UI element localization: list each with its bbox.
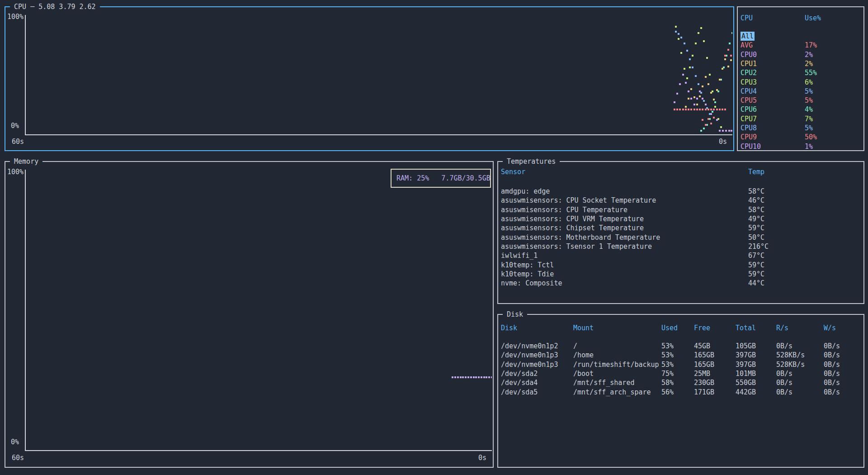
disk-panel-title: Disk xyxy=(503,309,527,319)
plot-dot xyxy=(708,83,709,85)
cpu-legend-row-all[interactable]: All xyxy=(738,32,863,41)
cpu-legend-row-avg[interactable]: AVG17% xyxy=(738,41,863,50)
temperature-row[interactable]: k10temp: Tctl59°C xyxy=(498,261,863,270)
disk-row[interactable]: /dev/nvme0n1p3/run/timeshift/backup53%16… xyxy=(498,360,863,369)
disk-read-speed: 528KB/s xyxy=(776,351,805,360)
disk-row[interactable]: /dev/sda2/boot75%25MB101MB0B/s0B/s xyxy=(498,369,863,378)
ram-usage-legend: RAM: 25% 7.7GB/30.5GB xyxy=(391,169,491,188)
plot-dot xyxy=(710,123,712,124)
cpu-legend-value: 5% xyxy=(805,96,813,105)
plot-dot xyxy=(731,130,732,132)
plot-dot xyxy=(478,376,480,378)
disk-row[interactable]: /dev/sda4/mnt/sff_shared58%230GB550GB0B/… xyxy=(498,378,863,387)
cpu-legend-row-cpu4[interactable]: CPU45% xyxy=(738,87,863,96)
cpu-usage-plot xyxy=(26,15,732,134)
disk-write-speed: 0B/s xyxy=(824,351,840,360)
disk-col-ws: W/s xyxy=(824,324,836,332)
temperature-row[interactable]: asuswmisensors: CPU Socket Temperature46… xyxy=(498,196,863,205)
plot-dot xyxy=(491,376,492,378)
disk-used: 56% xyxy=(661,388,674,397)
temperature-row[interactable]: asuswmisensors: CPU VRM Temperature49°C xyxy=(498,214,863,223)
plot-dot xyxy=(696,104,698,105)
sensor-name: asuswmisensors: Tsensor 1 Temperature xyxy=(501,242,652,251)
temperature-rows: amdgpu: edge58°Casuswmisensors: CPU Sock… xyxy=(498,187,863,288)
cpu-legend-row-cpu6[interactable]: CPU64% xyxy=(738,105,863,114)
plot-dot xyxy=(720,126,722,128)
temperature-row[interactable]: amdgpu: edge58°C xyxy=(498,187,863,196)
cpu-legend-row-cpu0[interactable]: CPU02% xyxy=(738,50,863,59)
cpu-legend-label: CPU8 xyxy=(741,124,757,133)
cpu-legend-row-cpu10[interactable]: CPU101% xyxy=(738,142,863,151)
temperature-row[interactable]: iwlwifi_167°C xyxy=(498,251,863,260)
plot-dot xyxy=(729,43,731,44)
plot-dot xyxy=(674,109,675,110)
cpu-graph-panel[interactable]: CPU ─ 5.08 3.79 2.62 100% 0% 60s 0s xyxy=(5,6,734,151)
plot-dot xyxy=(465,376,467,378)
plot-dot xyxy=(710,92,712,94)
plot-dot xyxy=(712,111,713,113)
plot-dot xyxy=(475,376,477,378)
disk-row[interactable]: /dev/sda5/mnt/sff_arch_spare56%171GB442G… xyxy=(498,388,863,397)
cpu-legend-row-cpu1[interactable]: CPU12% xyxy=(738,59,863,68)
sensor-name: asuswmisensors: Motherboard Temperature xyxy=(501,233,660,242)
cpu-legend-row-cpu3[interactable]: CPU36% xyxy=(738,78,863,87)
sensor-name: asuswmisensors: CPU Socket Temperature xyxy=(501,196,656,205)
disk-row[interactable]: /dev/nvme0n1p2/53%45GB105GB0B/s0B/s xyxy=(498,342,863,351)
plot-dot xyxy=(692,55,693,57)
temperature-row[interactable]: asuswmisensors: Chipset Temperature59°C xyxy=(498,223,863,233)
plot-dot xyxy=(690,109,692,110)
plot-dot xyxy=(682,109,684,110)
plot-dot xyxy=(674,101,675,103)
sensor-temp: 59°C xyxy=(748,223,764,233)
disk-total: 397GB xyxy=(736,360,756,369)
plot-dot xyxy=(675,26,677,28)
disk-write-speed: 0B/s xyxy=(824,369,840,378)
sensor-temp: 44°C xyxy=(748,279,764,288)
temperature-row[interactable]: asuswmisensors: Motherboard Temperature5… xyxy=(498,233,863,242)
plot-dot xyxy=(727,66,729,67)
cpu-legend-label: All xyxy=(741,32,755,41)
cpu-legend-row-cpu7[interactable]: CPU77% xyxy=(738,114,863,124)
plot-dot xyxy=(689,58,691,60)
disk-panel[interactable]: Disk Disk Mount Used Free Total R/s W/s … xyxy=(497,314,864,468)
cpu-x-right-label: 0s xyxy=(719,138,727,146)
disk-free: 45GB xyxy=(694,342,710,351)
plot-dot xyxy=(695,75,697,77)
disk-free: 165GB xyxy=(694,351,714,360)
temperature-row[interactable]: k10temp: Tdie59°C xyxy=(498,270,863,279)
disk-mount: / xyxy=(573,342,577,351)
disk-used: 53% xyxy=(661,360,674,369)
temps-col-sensor: Sensor xyxy=(501,168,525,176)
memory-graph-panel[interactable]: Memory 100% 0% 60s 0s RAM: 25% 7.7GB/30.… xyxy=(5,161,494,468)
disk-total: 442GB xyxy=(736,388,756,397)
temperature-row[interactable]: asuswmisensors: CPU Temperature58°C xyxy=(498,205,863,214)
temperature-row[interactable]: asuswmisensors: Tsensor 1 Temperature216… xyxy=(498,242,863,251)
temps-col-temp: Temp xyxy=(748,168,764,176)
disk-row[interactable]: /dev/nvme0n1p3/home53%165GB397GB528KB/s0… xyxy=(498,351,863,360)
disk-col-total: Total xyxy=(736,324,756,332)
disk-device: /dev/nvme0n1p2 xyxy=(501,342,558,351)
cpu-legend-row-cpu2[interactable]: CPU255% xyxy=(738,68,863,77)
sensor-temp: 59°C xyxy=(748,261,764,270)
plot-dot xyxy=(716,89,718,91)
plot-dot xyxy=(698,83,699,85)
cpu-legend-row-cpu5[interactable]: CPU55% xyxy=(738,96,863,105)
disk-free: 25MB xyxy=(694,369,710,378)
plot-dot xyxy=(722,109,723,110)
plot-dot xyxy=(682,74,684,76)
sensor-temp: 216°C xyxy=(748,242,769,251)
temperatures-panel[interactable]: Temperatures Sensor Temp amdgpu: edge58°… xyxy=(497,161,864,304)
disk-device: /dev/sda2 xyxy=(501,369,538,378)
memory-y-max-label: 100% xyxy=(7,168,24,176)
cpu-legend-panel[interactable]: CPU Use% AllAVG17%CPU02%CPU12%CPU255%CPU… xyxy=(737,6,864,151)
plot-dot xyxy=(703,128,705,129)
plot-dot xyxy=(714,101,716,103)
plot-dot xyxy=(730,59,732,61)
temperature-row[interactable]: nvme: Composite44°C xyxy=(498,279,863,288)
cpu-legend-row-cpu8[interactable]: CPU85% xyxy=(738,124,863,133)
sensor-temp: 49°C xyxy=(748,214,764,223)
cpu-legend-row-cpu9[interactable]: CPU950% xyxy=(738,133,863,142)
plot-dot xyxy=(690,98,692,100)
plot-dot xyxy=(714,106,716,108)
cpu-legend-label: CPU2 xyxy=(741,68,757,77)
